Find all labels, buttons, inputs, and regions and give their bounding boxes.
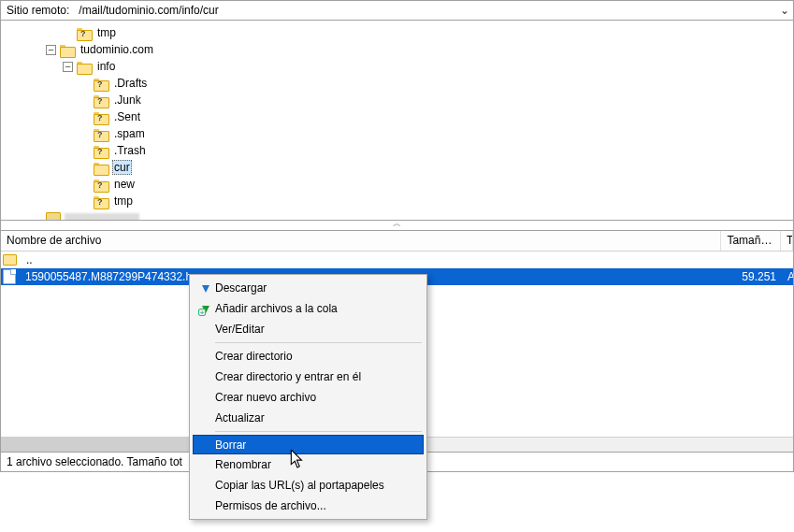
tree-node[interactable]: −info bbox=[29, 58, 793, 75]
menu-newfile-label: Crear nuevo archivo bbox=[215, 391, 316, 404]
tree-toggle bbox=[79, 180, 90, 190]
download-icon bbox=[196, 280, 211, 295]
tree-node-label: tmp bbox=[112, 194, 135, 208]
tree-node-label: .Sent bbox=[112, 110, 142, 123]
tree-node[interactable]: ?new bbox=[29, 176, 793, 193]
folder-icon bbox=[3, 254, 17, 266]
tree-node-label: .Drafts bbox=[112, 77, 149, 90]
list-row-parent[interactable]: .. bbox=[1, 252, 793, 268]
folder-icon bbox=[77, 61, 92, 73]
menu-delete[interactable]: Borrar bbox=[193, 435, 424, 454]
menu-mkdir-enter[interactable]: Crear directorio y entrar en él bbox=[193, 367, 424, 387]
remote-path-label: Sitio remoto: bbox=[1, 4, 75, 17]
menu-refresh-label: Actualizar bbox=[215, 411, 265, 424]
tree-toggle bbox=[79, 79, 90, 89]
folder-unknown-icon: ? bbox=[94, 94, 108, 107]
file-icon bbox=[3, 269, 16, 284]
tree-node[interactable]: ?.spam bbox=[29, 125, 793, 142]
chevron-down-icon[interactable]: ⌄ bbox=[776, 4, 793, 17]
menu-view-edit[interactable]: Ver/Editar bbox=[193, 319, 424, 339]
folder-icon bbox=[94, 162, 108, 174]
pane-splitter[interactable]: ︿ bbox=[0, 221, 794, 230]
tree-node[interactable]: ?.Junk bbox=[29, 92, 793, 108]
file-name-cell: .. bbox=[21, 253, 722, 266]
menu-view-edit-label: Ver/Editar bbox=[215, 323, 265, 336]
tree-node-label: .Trash bbox=[112, 144, 148, 157]
folder-unknown-icon: ? bbox=[94, 128, 108, 140]
tree-node-label: tmp bbox=[95, 26, 118, 39]
menu-download[interactable]: Descargar bbox=[193, 278, 424, 298]
tree-node[interactable]: ?tmp bbox=[29, 24, 793, 41]
menu-delete-label: Borrar bbox=[215, 439, 246, 452]
add-queue-icon: + bbox=[196, 301, 211, 316]
tree-node[interactable]: cur bbox=[29, 159, 793, 176]
menu-copy-url-label: Copiar las URL(s) al portapapeles bbox=[215, 479, 384, 492]
menu-newfile[interactable]: Crear nuevo archivo bbox=[193, 387, 424, 408]
menu-copy-url[interactable]: Copiar las URL(s) al portapapeles bbox=[193, 475, 424, 496]
menu-perms-label: Permisos de archivo... bbox=[215, 499, 326, 512]
menu-refresh[interactable]: Actualizar bbox=[193, 408, 424, 428]
menu-separator bbox=[215, 342, 422, 343]
menu-rename-label: Renombrar bbox=[215, 458, 271, 471]
tree-node-label: .spam bbox=[112, 127, 147, 140]
tree-toggle bbox=[79, 112, 90, 122]
menu-perms[interactable]: Permisos de archivo... bbox=[193, 496, 424, 516]
col-size[interactable]: Tamaño d... bbox=[721, 231, 781, 251]
tree-toggle[interactable]: − bbox=[46, 45, 56, 55]
menu-separator bbox=[215, 431, 422, 432]
context-menu: Descargar + Añadir archivos a la cola Ve… bbox=[189, 274, 427, 520]
tree-toggle bbox=[79, 129, 90, 139]
tree-toggle[interactable]: − bbox=[63, 62, 73, 72]
folder-unknown-icon: ? bbox=[94, 145, 108, 157]
tree-node-label: .Junk bbox=[112, 93, 143, 107]
tree-node-label: tudominio.com bbox=[79, 43, 155, 56]
folder-unknown-icon: ? bbox=[94, 78, 108, 90]
menu-add-queue[interactable]: + Añadir archivos a la cola bbox=[193, 298, 424, 319]
tree-toggle bbox=[79, 146, 90, 156]
menu-download-label: Descargar bbox=[215, 281, 267, 295]
remote-path-input[interactable] bbox=[75, 1, 776, 20]
menu-mkdir-label: Crear directorio bbox=[215, 350, 293, 363]
menu-mkdir[interactable]: Crear directorio bbox=[193, 346, 424, 367]
tree-toggle bbox=[79, 196, 90, 207]
col-type[interactable]: Tipo de arc. bbox=[781, 231, 793, 251]
cursor-icon bbox=[290, 450, 305, 471]
tree-toggle bbox=[79, 163, 90, 173]
folder-unknown-icon: ? bbox=[94, 179, 108, 191]
folder-unknown-icon: ? bbox=[77, 27, 92, 39]
remote-tree[interactable]: ?tmp−tudominio.com−info?.Drafts?.Junk?.S… bbox=[0, 21, 794, 221]
tree-node[interactable]: ?tmp bbox=[29, 193, 793, 209]
menu-mkdir-enter-label: Crear directorio y entrar en él bbox=[215, 370, 361, 383]
tree-node[interactable]: ?.Drafts bbox=[29, 75, 793, 92]
folder-unknown-icon: ? bbox=[94, 195, 108, 208]
menu-add-queue-label: Añadir archivos a la cola bbox=[215, 302, 338, 315]
tree-toggle bbox=[79, 95, 90, 106]
remote-path-bar: Sitio remoto: ⌄ bbox=[0, 0, 794, 21]
tree-node[interactable]: ?.Trash bbox=[29, 142, 793, 159]
folder-unknown-icon: ? bbox=[94, 111, 108, 123]
tree-node-obscured bbox=[29, 209, 793, 221]
folder-icon bbox=[60, 44, 75, 56]
tree-node[interactable]: −tudominio.com bbox=[29, 41, 793, 58]
file-type-cell: Archivo O... bbox=[782, 270, 793, 283]
tree-node-label: info bbox=[95, 60, 117, 73]
tree-toggle bbox=[63, 28, 73, 38]
tree-node-label: cur bbox=[112, 160, 132, 175]
tree-node[interactable]: ?.Sent bbox=[29, 108, 793, 125]
tree-node-label: new bbox=[112, 178, 137, 191]
col-name[interactable]: Nombre de archivo bbox=[1, 231, 721, 251]
file-size-cell: 59.251 bbox=[722, 270, 782, 283]
file-list-header: Nombre de archivo Tamaño d... Tipo de ar… bbox=[1, 231, 793, 252]
menu-rename[interactable]: Renombrar bbox=[193, 454, 424, 475]
